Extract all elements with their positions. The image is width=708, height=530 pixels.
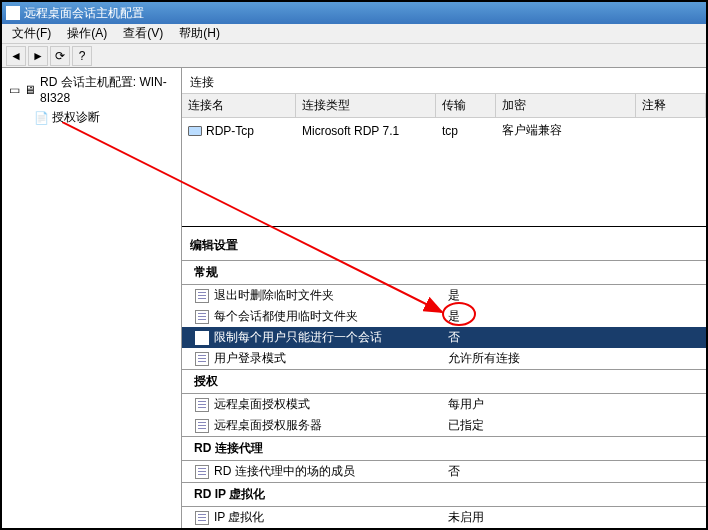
header-enc[interactable]: 加密 [496, 94, 636, 117]
setting-row[interactable]: 每个会话都使用临时文件夹 是 [182, 306, 706, 327]
setting-row[interactable]: 远程桌面授权服务器 已指定 [182, 415, 706, 436]
conn-trans: tcp [436, 120, 496, 141]
conn-type: Microsoft RDP 7.1 [296, 120, 436, 141]
header-note[interactable]: 注释 [636, 94, 706, 117]
toolbar: ◄ ► ⟳ ? [2, 44, 706, 68]
conn-note [636, 120, 706, 141]
header-type[interactable]: 连接类型 [296, 94, 436, 117]
setting-label: 远程桌面授权服务器 [214, 417, 444, 434]
connection-row[interactable]: RDP-Tcp Microsoft RDP 7.1 tcp 客户端兼容 [182, 118, 706, 143]
tree-root[interactable]: ▭ 🖥 RD 会话主机配置: WIN-8I328 [6, 72, 177, 107]
menubar: 文件(F) 操作(A) 查看(V) 帮助(H) [2, 24, 706, 44]
paper-icon [194, 330, 210, 346]
setting-value: 是 [448, 287, 706, 304]
setting-row-selected[interactable]: 限制每个用户只能进行一个会话 否 [182, 327, 706, 348]
connections-label: 连接 [182, 68, 706, 93]
window-title: 远程桌面会话主机配置 [24, 5, 144, 22]
setting-label: 用户登录模式 [214, 350, 444, 367]
group-general: 常规 [182, 260, 706, 285]
titlebar: 远程桌面会话主机配置 [2, 2, 706, 24]
menu-file[interactable]: 文件(F) [6, 23, 57, 44]
app-icon [6, 6, 20, 20]
toolbar-forward[interactable]: ► [28, 46, 48, 66]
menu-action[interactable]: 操作(A) [61, 23, 113, 44]
toolbar-back[interactable]: ◄ [6, 46, 26, 66]
setting-value: 是 [448, 308, 706, 325]
setting-value: 否 [448, 329, 706, 346]
paper-icon [194, 464, 210, 480]
setting-value: 每用户 [448, 396, 706, 413]
paper-icon [194, 309, 210, 325]
paper-icon [194, 288, 210, 304]
tree-root-label: RD 会话主机配置: WIN-8I328 [40, 74, 175, 105]
setting-value: 允许所有连接 [448, 350, 706, 367]
toolbar-help[interactable]: ? [72, 46, 92, 66]
content-panel: 连接 连接名 连接类型 传输 加密 注释 RDP-Tcp Microsoft R… [182, 68, 706, 528]
settings-label: 编辑设置 [182, 231, 706, 260]
header-trans[interactable]: 传输 [436, 94, 496, 117]
paper-icon [194, 351, 210, 367]
setting-value: 已指定 [448, 417, 706, 434]
connection-icon [188, 126, 202, 136]
setting-row[interactable]: 退出时删除临时文件夹 是 [182, 285, 706, 306]
paper-icon [194, 418, 210, 434]
tree-child[interactable]: 📄 授权诊断 [6, 107, 177, 128]
setting-row[interactable]: 远程桌面授权模式 每用户 [182, 394, 706, 415]
header-name[interactable]: 连接名 [182, 94, 296, 117]
setting-label: 每个会话都使用临时文件夹 [214, 308, 444, 325]
computer-icon: 🖥 [24, 83, 36, 97]
connections-header: 连接名 连接类型 传输 加密 注释 [182, 93, 706, 118]
paper-icon [194, 397, 210, 413]
setting-row[interactable]: IP 虚拟化 未启用 [182, 507, 706, 528]
setting-value: 否 [448, 463, 706, 480]
group-ipvirt: RD IP 虚拟化 [182, 482, 706, 507]
divider [182, 226, 706, 227]
tree-panel: ▭ 🖥 RD 会话主机配置: WIN-8I328 📄 授权诊断 [2, 68, 182, 528]
setting-value: 未启用 [448, 509, 706, 526]
paper-icon [194, 510, 210, 526]
tree-child-label: 授权诊断 [52, 109, 100, 126]
group-auth: 授权 [182, 369, 706, 394]
toolbar-refresh[interactable]: ⟳ [50, 46, 70, 66]
conn-name: RDP-Tcp [206, 124, 254, 138]
menu-view[interactable]: 查看(V) [117, 23, 169, 44]
setting-label: RD 连接代理中的场的成员 [214, 463, 444, 480]
setting-label: 远程桌面授权模式 [214, 396, 444, 413]
setting-row[interactable]: 用户登录模式 允许所有连接 [182, 348, 706, 369]
setting-label: 限制每个用户只能进行一个会话 [214, 329, 444, 346]
setting-label: 退出时删除临时文件夹 [214, 287, 444, 304]
connections-table: 连接名 连接类型 传输 加密 注释 RDP-Tcp Microsoft RDP … [182, 93, 706, 143]
group-broker: RD 连接代理 [182, 436, 706, 461]
conn-enc: 客户端兼容 [496, 120, 636, 141]
document-icon: 📄 [34, 111, 48, 125]
setting-row[interactable]: RD 连接代理中的场的成员 否 [182, 461, 706, 482]
menu-help[interactable]: 帮助(H) [173, 23, 226, 44]
tree-toggle-icon: ▭ [8, 83, 20, 97]
setting-label: IP 虚拟化 [214, 509, 444, 526]
